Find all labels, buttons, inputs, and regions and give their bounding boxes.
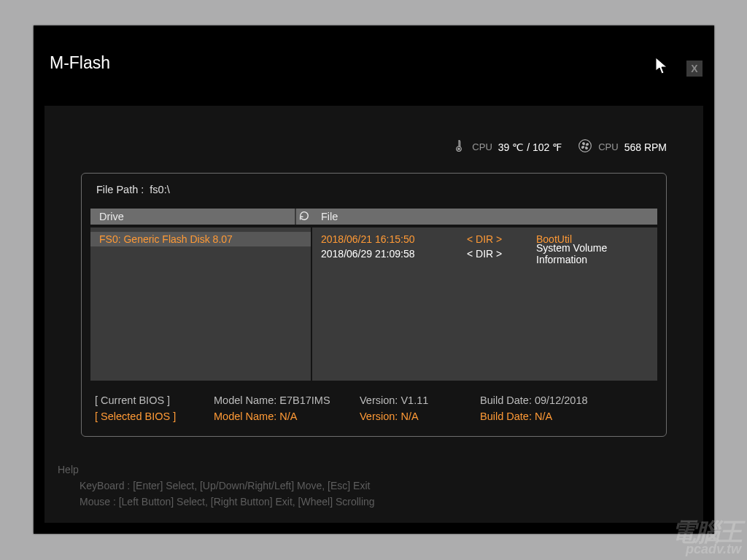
file-panel: File Path : fs0:\ Drive File FS0: <box>81 173 667 437</box>
cpu-fan-label: CPU <box>598 141 618 152</box>
file-type: < DIR > <box>467 248 536 260</box>
cpu-stats: CPU 39 ℃ / 102 ℉ CPU 568 RPM <box>452 139 667 155</box>
cpu-fan-value: 568 RPM <box>624 141 667 153</box>
file-path: File Path : fs0:\ <box>96 184 666 195</box>
bios-info: [ Current BIOS ] Model Name: E7B17IMS Ve… <box>95 392 653 424</box>
file-path-label: File Path : <box>96 184 144 195</box>
inner-frame: CPU 39 ℃ / 102 ℉ CPU 568 RPM File Path :… <box>44 106 703 523</box>
help-mouse: Mouse : [Left Button] Select, [Right But… <box>80 494 690 510</box>
selected-bios-tag: [ Selected BIOS ] <box>95 408 214 424</box>
file-list[interactable]: 2018/06/21 16:15:50 < DIR > BootUtil 201… <box>312 228 657 381</box>
file-browser: Drive File FS0: Generic Flash Disk 8.07 <box>90 209 657 381</box>
file-item[interactable]: 2018/06/29 21:09:58 < DIR > System Volum… <box>312 246 657 261</box>
help-section: Help KeyBoard : [Enter] Select, [Up/Down… <box>58 462 690 510</box>
current-bios-tag: [ Current BIOS ] <box>95 392 214 408</box>
current-bios-row: [ Current BIOS ] Model Name: E7B17IMS Ve… <box>95 392 653 408</box>
mflash-window: M-Flash X CPU 39 ℃ / 102 ℉ CPU 568 RPM F… <box>34 26 714 534</box>
svg-point-0 <box>458 148 460 150</box>
window-title: M-Flash <box>50 53 110 73</box>
svg-point-2 <box>584 144 587 147</box>
drive-list[interactable]: FS0: Generic Flash Disk 8.07 <box>90 228 311 381</box>
help-title: Help <box>58 462 690 478</box>
file-path-value: fs0:\ <box>150 184 169 195</box>
refresh-icon <box>298 210 310 224</box>
file-date: 2018/06/29 21:09:58 <box>321 248 467 260</box>
watermark-line2: pcadv.tw <box>671 542 741 556</box>
current-bios-model: Model Name: E7B17IMS <box>214 392 360 408</box>
drive-column-header: Drive <box>90 209 295 225</box>
selected-bios-model: Model Name: N/A <box>214 408 360 424</box>
selected-bios-ver: Version: N/A <box>360 408 480 424</box>
selected-bios-build: Build Date: N/A <box>480 408 626 424</box>
help-keyboard: KeyBoard : [Enter] Select, [Up/Down/Righ… <box>80 478 690 494</box>
cpu-temp-value: 39 ℃ / 102 ℉ <box>498 141 562 153</box>
thermometer-icon <box>452 139 466 155</box>
cpu-temp-label: CPU <box>472 141 492 152</box>
drive-item[interactable]: FS0: Generic Flash Disk 8.07 <box>90 232 311 246</box>
fan-icon <box>578 139 592 155</box>
current-bios-build: Build Date: 09/12/2018 <box>480 392 626 408</box>
selected-bios-row: [ Selected BIOS ] Model Name: N/A Versio… <box>95 408 653 424</box>
file-date: 2018/06/21 16:15:50 <box>321 233 467 245</box>
refresh-button[interactable] <box>295 209 312 225</box>
titlebar: M-Flash X <box>34 26 714 78</box>
drive-item-label: FS0: Generic Flash Disk 8.07 <box>99 233 233 245</box>
file-name: System Volume Information <box>536 242 657 265</box>
drive-header-label: Drive <box>90 211 124 222</box>
file-type: < DIR > <box>467 233 536 245</box>
file-column-header: File <box>312 209 657 225</box>
close-button[interactable]: X <box>686 61 703 77</box>
file-header-label: File <box>312 211 338 222</box>
current-bios-ver: Version: V1.11 <box>360 392 480 408</box>
